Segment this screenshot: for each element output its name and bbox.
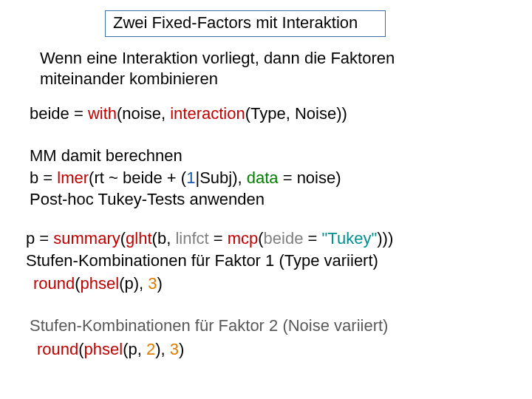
code-token: round	[37, 340, 78, 358]
code-token: |Subj),	[195, 168, 246, 187]
text-line: Stufen-Kombinationen für Faktor 2 (Noise…	[30, 314, 488, 338]
code-token: 3	[148, 274, 157, 293]
code-token: mcp	[228, 229, 259, 248]
code-token: (	[120, 229, 126, 248]
code-token: p =	[26, 229, 53, 248]
code-token: glht	[126, 229, 151, 248]
code-token: (p),	[119, 274, 148, 293]
code-token: beide	[264, 229, 304, 248]
code-token: =	[69, 104, 88, 123]
code-token: =	[303, 229, 321, 248]
text-line: MM damit berechnen	[30, 145, 473, 167]
code-token: )	[179, 340, 184, 358]
block-posthoc2: Stufen-Kombinationen für Faktor 2 (Noise…	[30, 314, 488, 361]
block-mm: MM damit berechnen b = lmer(rt ~ beide +…	[30, 145, 473, 211]
intro-paragraph: Wenn eine Interaktion vorliegt, dann die…	[40, 48, 454, 89]
code-token: (Type, Noise))	[245, 104, 347, 123]
slide: Zwei Fixed-Factors mit Interaktion Wenn …	[0, 0, 532, 399]
code-token: summary	[53, 229, 120, 248]
code-line-round2: round(phsel(p, 2), 3)	[30, 338, 488, 361]
code-token: )	[157, 274, 163, 293]
code-token: 1	[186, 168, 195, 187]
code-token: ),	[155, 340, 170, 358]
code-token: =	[209, 229, 228, 248]
code-line-beide: beide = with(noise, interaction(Type, No…	[30, 103, 347, 124]
code-line-round1: round(phsel(p), 3)	[26, 273, 499, 295]
code-token: (b,	[152, 229, 176, 248]
code-token: interaction	[170, 104, 245, 123]
code-token: phsel	[81, 274, 120, 293]
code-token: (noise,	[117, 104, 170, 123]
code-token: (	[78, 340, 83, 358]
code-token: 3	[170, 340, 179, 358]
code-token: (rt ~ beide + (	[89, 168, 186, 187]
code-token: (p,	[123, 340, 146, 358]
code-token: linfct	[175, 229, 208, 248]
code-token: (	[75, 274, 80, 293]
code-token: with	[88, 104, 117, 123]
code-token: data	[247, 168, 279, 187]
code-token: b =	[30, 168, 57, 187]
code-token: (	[258, 229, 263, 248]
block-posthoc1: p = summary(glht(b, linfct = mcp(beide =…	[26, 228, 499, 295]
code-token: beide	[30, 104, 69, 123]
code-line-lmer: b = lmer(rt ~ beide + (1|Subj), data = n…	[30, 167, 473, 189]
code-token: )))	[377, 229, 393, 248]
code-token: = noise)	[279, 168, 341, 187]
text-line: Post-hoc Tukey-Tests anwenden	[30, 188, 473, 211]
code-token: 2	[146, 340, 155, 358]
code-token: round	[33, 274, 75, 293]
code-line-summary: p = summary(glht(b, linfct = mcp(beide =…	[26, 228, 499, 250]
text-line: Stufen-Kombinationen für Faktor 1 (Type …	[26, 250, 499, 272]
code-token: phsel	[84, 340, 123, 358]
code-token: "Tukey"	[322, 229, 378, 248]
title-text: Zwei Fixed-Factors mit Interaktion	[113, 13, 358, 32]
title-box: Zwei Fixed-Factors mit Interaktion	[105, 10, 386, 37]
code-token: lmer	[57, 168, 89, 187]
